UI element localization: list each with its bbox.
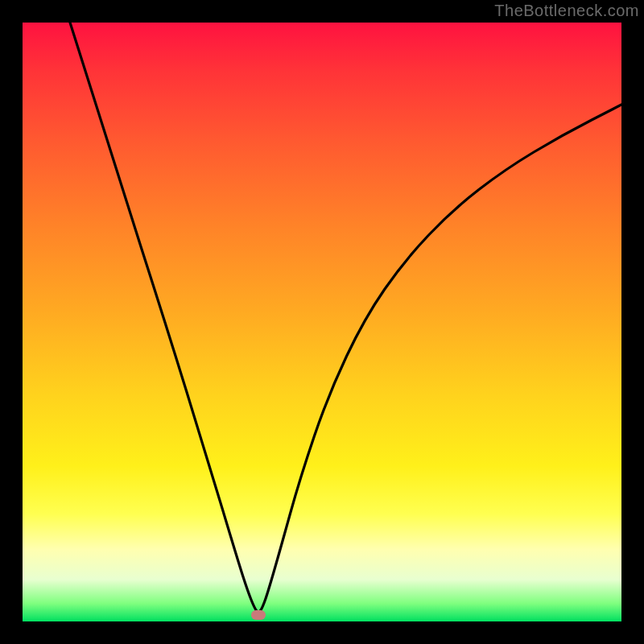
minimum-marker xyxy=(251,610,266,620)
bottleneck-curve xyxy=(23,23,621,621)
plot-area xyxy=(23,23,621,621)
attribution-text: TheBottleneck.com xyxy=(494,2,639,20)
